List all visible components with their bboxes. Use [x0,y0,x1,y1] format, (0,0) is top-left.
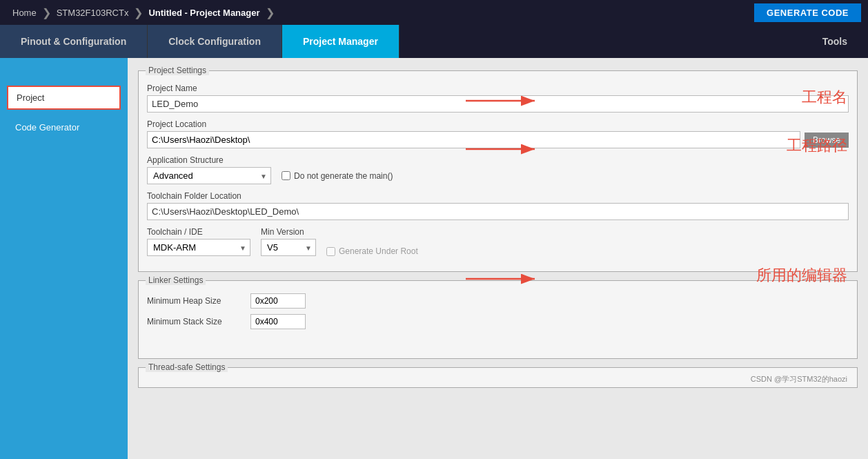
breadcrumb-home[interactable]: Home [7,8,42,18]
toolchain-folder-input[interactable] [147,203,849,220]
generate-under-root-col: Generate Under Root [326,246,418,256]
project-settings-title: Project Settings [146,66,209,75]
linker-settings-title: Linker Settings [146,275,206,285]
toolchain-ide-label: Toolchain / IDE [147,227,250,237]
linker-fields: Minimum Heap Size Minimum Stack Size [147,293,849,329]
project-location-label: Project Location [147,119,849,129]
sidebar-item-code-generator[interactable]: Code Generator [7,117,121,138]
tab-pinout[interactable]: Pinout & Configuration [0,25,148,58]
breadcrumb-sep-1: ❯ [42,6,51,19]
annotation-editor: 所用的编辑器 [756,265,847,286]
do-not-generate-label[interactable]: Do not generate the main() [282,171,393,181]
annotation-project-path-text: 工程路径 [787,137,847,154]
min-version-select-wrap: V5 V4 ▼ [261,239,316,256]
tab-tools[interactable]: Tools [802,25,868,58]
thread-safe-group: Thread-safe Settings [138,367,858,388]
min-stack-row: Minimum Stack Size [147,314,849,329]
breadcrumb-chip[interactable]: STM32F103RCTx [51,8,135,18]
linker-spacer [147,329,849,350]
thread-safe-title: Thread-safe Settings [146,362,228,372]
app-structure-row: Application Structure Advanced Basic ▼ D… [147,155,849,184]
project-location-row: Project Location Browse [147,119,849,148]
location-input-row: Browse [147,131,849,148]
app-structure-select-wrap: Advanced Basic ▼ [147,167,271,184]
tab-clock[interactable]: Clock Configuration [148,25,282,58]
annotation-project-name: 工程名 [802,87,847,108]
generate-under-root-checkbox[interactable] [326,247,335,256]
tab-project-manager[interactable]: Project Manager [282,25,400,58]
app-structure-select[interactable]: Advanced Basic [147,167,271,184]
min-version-label: Min Version [261,227,316,237]
sidebar-item-project[interactable]: Project [7,86,121,110]
content-area: Project Settings Project Name Project Lo… [128,58,868,459]
project-name-label: Project Name [147,84,849,93]
min-version-select[interactable]: V5 V4 [261,239,316,256]
project-name-row: Project Name [147,84,849,113]
min-heap-input[interactable] [250,293,306,309]
breadcrumb-sep-2: ❯ [134,6,143,19]
linker-settings-group: Linker Settings Minimum Heap Size Minimu… [138,280,858,359]
breadcrumb-project[interactable]: Untitled - Project Manager [143,8,265,18]
toolchain-ide-row: Toolchain / IDE MDK-ARM IAR STM32CubeIDE… [147,227,849,256]
project-settings-group: Project Settings Project Name Project Lo… [138,70,858,272]
annotation-project-path: 工程路径 [787,135,847,156]
main-layout: Project Code Generator Project Settings … [0,58,868,459]
generate-code-button[interactable]: GENERATE CODE [754,3,861,22]
annotation-editor-text: 所用的编辑器 [756,266,847,284]
tab-bar: Pinout & Configuration Clock Configurati… [0,25,868,58]
toolchain-folder-row: Toolchain Folder Location [147,191,849,220]
project-location-input[interactable] [147,131,800,148]
sidebar: Project Code Generator [0,58,128,459]
toolchain-ide-col: Toolchain / IDE MDK-ARM IAR STM32CubeIDE… [147,227,250,256]
app-structure-controls: Advanced Basic ▼ Do not generate the mai… [147,167,849,184]
min-stack-input[interactable] [250,314,306,329]
min-stack-label: Minimum Stack Size [147,317,244,326]
min-heap-row: Minimum Heap Size [147,293,849,309]
app-structure-label: Application Structure [147,155,849,165]
project-name-input[interactable] [147,95,849,113]
toolchain-ide-select[interactable]: MDK-ARM IAR STM32CubeIDE [147,239,250,256]
generate-under-root-label[interactable]: Generate Under Root [326,246,418,256]
toolchain-ide-select-wrap: MDK-ARM IAR STM32CubeIDE ▼ [147,239,250,256]
toolchain-folder-label: Toolchain Folder Location [147,191,849,201]
content-inner: Project Settings Project Name Project Lo… [138,70,858,388]
annotation-project-name-text: 工程名 [802,88,847,106]
min-heap-label: Minimum Heap Size [147,296,244,306]
breadcrumb-sep-3: ❯ [266,6,275,19]
min-version-col: Min Version V5 V4 ▼ [261,227,316,256]
do-not-generate-checkbox[interactable] [282,171,290,180]
breadcrumb-bar: Home ❯ STM32F103RCTx ❯ Untitled - Projec… [0,0,868,25]
credit-text: CSDN @学习STM32的haozi [751,374,847,384]
